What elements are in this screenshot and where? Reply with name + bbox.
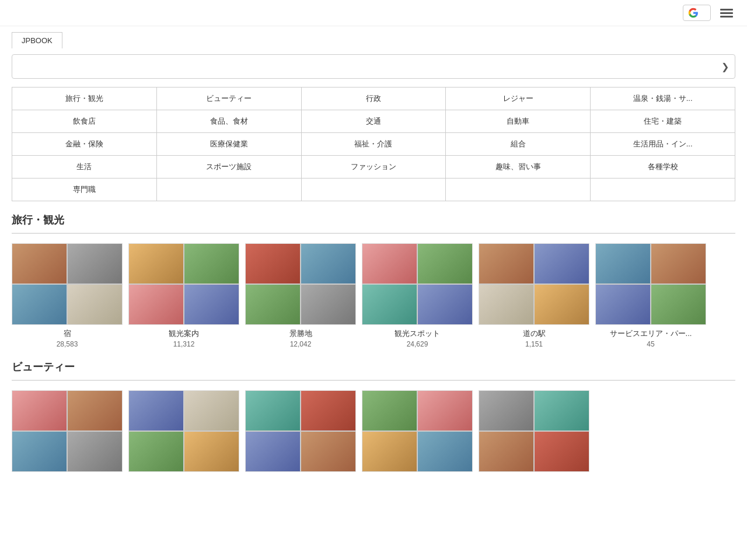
category-cell[interactable]: スポーツ施設 bbox=[157, 156, 302, 178]
category-grid: 旅行・観光ビューティー行政レジャー温泉・銭湯・サ...飲食店食品、食材交通自動車… bbox=[12, 87, 735, 201]
category-row: 専門職 bbox=[12, 178, 735, 201]
card[interactable] bbox=[245, 390, 356, 472]
card-image-placeholder bbox=[68, 432, 122, 471]
card[interactable]: 観光スポット24,629 bbox=[362, 243, 473, 348]
card-image-placeholder bbox=[129, 391, 183, 430]
header-right bbox=[683, 5, 735, 21]
card-image-placeholder bbox=[479, 432, 533, 471]
card[interactable] bbox=[362, 390, 473, 472]
card-image-placeholder bbox=[129, 285, 183, 324]
section-divider bbox=[12, 380, 735, 381]
category-cell[interactable]: 各種学校 bbox=[591, 156, 735, 178]
card-image-placeholder bbox=[184, 391, 239, 430]
region-selector[interactable]: ❯ bbox=[12, 54, 735, 79]
card[interactable]: 景勝地12,042 bbox=[245, 243, 356, 348]
card-image-placeholder bbox=[129, 432, 183, 471]
category-cell bbox=[591, 178, 735, 201]
card-image-placeholder bbox=[68, 285, 122, 324]
category-cell bbox=[302, 178, 446, 201]
category-cell[interactable]: 専門職 bbox=[12, 178, 157, 201]
category-cell[interactable]: 住宅・建築 bbox=[591, 110, 735, 132]
category-cell[interactable]: ビューティー bbox=[157, 88, 302, 110]
category-cell[interactable]: 行政 bbox=[302, 88, 446, 110]
tab-jpbook[interactable]: JPBOOK bbox=[12, 32, 62, 48]
card-image-placeholder bbox=[651, 285, 706, 324]
category-cell bbox=[446, 178, 591, 201]
category-cell[interactable]: 金融・保険 bbox=[12, 133, 157, 155]
card-image-placeholder bbox=[418, 244, 472, 284]
language-selector[interactable] bbox=[683, 5, 711, 21]
list-bar-1 bbox=[720, 9, 733, 10]
section-divider bbox=[12, 233, 735, 234]
card-title: 道の駅 bbox=[479, 328, 589, 339]
category-cell[interactable]: 趣味、習い事 bbox=[446, 156, 591, 178]
card-images bbox=[595, 243, 706, 325]
cards-grid: 宿28,583観光案内11,312景勝地12,042観光スポット24,629道の… bbox=[12, 243, 735, 348]
card-image-placeholder bbox=[184, 432, 239, 471]
card-image-placeholder bbox=[362, 432, 417, 471]
list-view-icon[interactable] bbox=[718, 6, 735, 20]
card-images bbox=[362, 243, 473, 325]
category-cell[interactable]: 医療保健業 bbox=[157, 133, 302, 155]
card-image-placeholder bbox=[184, 285, 239, 324]
card-image-placeholder bbox=[418, 432, 472, 471]
card-image-placeholder bbox=[479, 244, 533, 284]
card-image-placeholder bbox=[535, 391, 589, 430]
category-cell[interactable]: 交通 bbox=[302, 110, 446, 132]
category-cell[interactable]: 旅行・観光 bbox=[12, 88, 157, 110]
sections-container: 旅行・観光宿28,583観光案内11,312景勝地12,042観光スポット24,… bbox=[0, 213, 747, 472]
card[interactable]: 観光案内11,312 bbox=[128, 243, 239, 348]
card-image-placeholder bbox=[362, 244, 417, 284]
card-image-placeholder bbox=[68, 391, 122, 430]
card-images bbox=[128, 390, 239, 472]
card-image-placeholder bbox=[184, 244, 239, 284]
card[interactable] bbox=[128, 390, 239, 472]
category-cell[interactable]: 生活用品・イン... bbox=[591, 133, 735, 155]
card-count: 11,312 bbox=[128, 340, 239, 348]
card-images bbox=[245, 243, 356, 325]
card-image-placeholder bbox=[362, 285, 417, 324]
category-cell[interactable]: 福祉・介護 bbox=[302, 133, 446, 155]
header bbox=[0, 0, 747, 26]
category-cell[interactable]: レジャー bbox=[446, 88, 591, 110]
card[interactable] bbox=[479, 390, 589, 472]
card-images bbox=[479, 390, 589, 472]
card-image-placeholder bbox=[301, 285, 355, 324]
card-image-placeholder bbox=[418, 285, 472, 324]
card-image-placeholder bbox=[301, 391, 355, 430]
card[interactable]: サービスエリア・パー...45 bbox=[595, 243, 706, 348]
category-row: 旅行・観光ビューティー行政レジャー温泉・銭湯・サ... bbox=[12, 88, 735, 110]
card-image-placeholder bbox=[246, 391, 300, 430]
category-cell[interactable]: 生活 bbox=[12, 156, 157, 178]
card-count: 24,629 bbox=[362, 340, 473, 348]
category-cell[interactable]: 自動車 bbox=[446, 110, 591, 132]
card-image-placeholder bbox=[246, 244, 300, 284]
card-image-placeholder bbox=[12, 285, 67, 324]
category-cell[interactable]: 温泉・銭湯・サ... bbox=[591, 88, 735, 110]
google-icon bbox=[688, 8, 699, 18]
card-image-placeholder bbox=[246, 285, 300, 324]
card-image-placeholder bbox=[418, 391, 472, 430]
card-image-placeholder bbox=[301, 244, 355, 284]
card-title: 景勝地 bbox=[245, 328, 356, 339]
card-images bbox=[128, 243, 239, 325]
card[interactable] bbox=[12, 390, 123, 472]
category-cell[interactable]: ファッション bbox=[302, 156, 446, 178]
section-beauty: ビューティー bbox=[12, 360, 735, 472]
card[interactable]: 道の駅1,151 bbox=[479, 243, 589, 348]
category-row: 生活スポーツ施設ファッション趣味、習い事各種学校 bbox=[12, 156, 735, 178]
card-image-placeholder bbox=[301, 432, 355, 471]
region-dropdown-arrow: ❯ bbox=[721, 61, 729, 72]
category-cell[interactable]: 組合 bbox=[446, 133, 591, 155]
card-images bbox=[12, 243, 123, 325]
card-images bbox=[362, 390, 473, 472]
card[interactable]: 宿28,583 bbox=[12, 243, 123, 348]
card-title: 宿 bbox=[12, 328, 123, 339]
card-image-placeholder bbox=[535, 285, 589, 324]
card-images bbox=[479, 243, 589, 325]
card-count: 45 bbox=[595, 340, 706, 348]
category-cell[interactable]: 食品、食材 bbox=[157, 110, 302, 132]
category-cell[interactable]: 飲食店 bbox=[12, 110, 157, 132]
card-image-placeholder bbox=[12, 391, 67, 430]
nav-tabs: JPBOOK bbox=[0, 26, 747, 48]
